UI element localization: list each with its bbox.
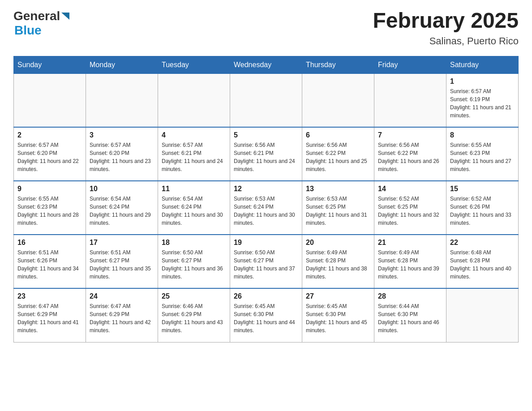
table-row: 22 Sunrise: 6:48 AMSunset: 6:28 PMDaylig… bbox=[446, 235, 519, 288]
day-number: 12 bbox=[234, 185, 298, 193]
day-number: 27 bbox=[306, 292, 370, 300]
col-monday: Monday bbox=[86, 56, 158, 73]
table-row: 1 Sunrise: 6:57 AMSunset: 6:19 PMDayligh… bbox=[446, 73, 519, 127]
calendar-table: Sunday Monday Tuesday Wednesday Thursday… bbox=[13, 56, 519, 342]
table-row: 10 Sunrise: 6:54 AMSunset: 6:24 PMDaylig… bbox=[86, 181, 158, 235]
day-number: 13 bbox=[306, 185, 370, 193]
day-info: Sunrise: 6:57 AMSunset: 6:20 PMDaylight:… bbox=[17, 141, 82, 173]
table-row: 18 Sunrise: 6:50 AMSunset: 6:27 PMDaylig… bbox=[158, 235, 230, 288]
day-number: 3 bbox=[90, 131, 154, 139]
day-info: Sunrise: 6:56 AMSunset: 6:21 PMDaylight:… bbox=[234, 141, 298, 173]
table-row: 6 Sunrise: 6:56 AMSunset: 6:22 PMDayligh… bbox=[302, 127, 374, 181]
day-info: Sunrise: 6:57 AMSunset: 6:20 PMDaylight:… bbox=[90, 141, 154, 173]
day-number: 9 bbox=[17, 185, 82, 193]
table-row: 4 Sunrise: 6:57 AMSunset: 6:21 PMDayligh… bbox=[158, 127, 230, 181]
day-info: Sunrise: 6:53 AMSunset: 6:25 PMDaylight:… bbox=[306, 195, 370, 227]
table-row: 5 Sunrise: 6:56 AMSunset: 6:21 PMDayligh… bbox=[230, 127, 302, 181]
day-info: Sunrise: 6:52 AMSunset: 6:26 PMDaylight:… bbox=[450, 195, 515, 227]
day-number: 28 bbox=[378, 292, 442, 300]
day-info: Sunrise: 6:51 AMSunset: 6:26 PMDaylight:… bbox=[17, 248, 82, 281]
day-number: 1 bbox=[450, 77, 515, 86]
table-row bbox=[446, 288, 519, 342]
table-row bbox=[158, 73, 230, 127]
col-friday: Friday bbox=[374, 56, 446, 73]
table-row bbox=[86, 73, 158, 127]
day-number: 24 bbox=[90, 292, 154, 300]
day-info: Sunrise: 6:44 AMSunset: 6:30 PMDaylight:… bbox=[378, 302, 442, 334]
day-info: Sunrise: 6:57 AMSunset: 6:19 PMDaylight:… bbox=[450, 87, 515, 120]
day-number: 5 bbox=[234, 131, 298, 139]
table-row: 26 Sunrise: 6:45 AMSunset: 6:30 PMDaylig… bbox=[230, 288, 302, 342]
svg-marker-0 bbox=[61, 13, 69, 20]
table-row bbox=[230, 73, 302, 127]
page-header: General Blue February 2025 Salinas, Puer… bbox=[13, 9, 519, 47]
day-info: Sunrise: 6:53 AMSunset: 6:24 PMDaylight:… bbox=[234, 195, 298, 227]
table-row: 23 Sunrise: 6:47 AMSunset: 6:29 PMDaylig… bbox=[14, 288, 86, 342]
day-info: Sunrise: 6:48 AMSunset: 6:28 PMDaylight:… bbox=[450, 248, 515, 281]
day-info: Sunrise: 6:54 AMSunset: 6:24 PMDaylight:… bbox=[90, 195, 154, 227]
calendar-header-row: Sunday Monday Tuesday Wednesday Thursday… bbox=[14, 56, 519, 73]
day-info: Sunrise: 6:47 AMSunset: 6:29 PMDaylight:… bbox=[17, 302, 82, 334]
table-row: 11 Sunrise: 6:54 AMSunset: 6:24 PMDaylig… bbox=[158, 181, 230, 235]
day-info: Sunrise: 6:50 AMSunset: 6:27 PMDaylight:… bbox=[234, 248, 298, 281]
day-info: Sunrise: 6:55 AMSunset: 6:23 PMDaylight:… bbox=[17, 195, 82, 227]
day-number: 16 bbox=[17, 239, 82, 247]
day-info: Sunrise: 6:55 AMSunset: 6:23 PMDaylight:… bbox=[450, 141, 515, 173]
table-row: 13 Sunrise: 6:53 AMSunset: 6:25 PMDaylig… bbox=[302, 181, 374, 235]
day-info: Sunrise: 6:45 AMSunset: 6:30 PMDaylight:… bbox=[306, 302, 370, 334]
day-info: Sunrise: 6:50 AMSunset: 6:27 PMDaylight:… bbox=[162, 248, 226, 281]
day-number: 11 bbox=[162, 185, 226, 193]
day-info: Sunrise: 6:56 AMSunset: 6:22 PMDaylight:… bbox=[306, 141, 370, 173]
day-info: Sunrise: 6:49 AMSunset: 6:28 PMDaylight:… bbox=[306, 248, 370, 281]
table-row: 16 Sunrise: 6:51 AMSunset: 6:26 PMDaylig… bbox=[14, 235, 86, 288]
table-row bbox=[302, 73, 374, 127]
day-number: 26 bbox=[234, 292, 298, 300]
table-row: 14 Sunrise: 6:52 AMSunset: 6:25 PMDaylig… bbox=[374, 181, 446, 235]
day-number: 17 bbox=[90, 239, 154, 247]
table-row: 24 Sunrise: 6:47 AMSunset: 6:29 PMDaylig… bbox=[86, 288, 158, 342]
table-row bbox=[14, 73, 86, 127]
day-number: 14 bbox=[378, 185, 442, 193]
page-subtitle: Salinas, Puerto Rico bbox=[373, 35, 519, 47]
col-tuesday: Tuesday bbox=[158, 56, 230, 73]
day-number: 10 bbox=[90, 185, 154, 193]
logo-general-text: General bbox=[13, 9, 60, 23]
day-number: 21 bbox=[378, 239, 442, 247]
table-row: 19 Sunrise: 6:50 AMSunset: 6:27 PMDaylig… bbox=[230, 235, 302, 288]
table-row: 25 Sunrise: 6:46 AMSunset: 6:29 PMDaylig… bbox=[158, 288, 230, 342]
table-row: 17 Sunrise: 6:51 AMSunset: 6:27 PMDaylig… bbox=[86, 235, 158, 288]
logo-arrow-icon bbox=[61, 13, 69, 20]
day-number: 4 bbox=[162, 131, 226, 139]
day-number: 2 bbox=[17, 131, 82, 139]
table-row bbox=[374, 73, 446, 127]
title-section: February 2025 Salinas, Puerto Rico bbox=[373, 9, 519, 47]
day-number: 25 bbox=[162, 292, 226, 300]
day-number: 7 bbox=[378, 131, 442, 139]
day-number: 15 bbox=[450, 185, 515, 193]
table-row: 7 Sunrise: 6:56 AMSunset: 6:22 PMDayligh… bbox=[374, 127, 446, 181]
day-info: Sunrise: 6:47 AMSunset: 6:29 PMDaylight:… bbox=[90, 302, 154, 334]
table-row: 15 Sunrise: 6:52 AMSunset: 6:26 PMDaylig… bbox=[446, 181, 519, 235]
day-info: Sunrise: 6:45 AMSunset: 6:30 PMDaylight:… bbox=[234, 302, 298, 334]
day-info: Sunrise: 6:46 AMSunset: 6:29 PMDaylight:… bbox=[162, 302, 226, 334]
col-sunday: Sunday bbox=[14, 56, 86, 73]
table-row: 8 Sunrise: 6:55 AMSunset: 6:23 PMDayligh… bbox=[446, 127, 519, 181]
page-title: February 2025 bbox=[373, 9, 519, 33]
day-info: Sunrise: 6:49 AMSunset: 6:28 PMDaylight:… bbox=[378, 248, 442, 281]
table-row: 9 Sunrise: 6:55 AMSunset: 6:23 PMDayligh… bbox=[14, 181, 86, 235]
col-saturday: Saturday bbox=[446, 56, 519, 73]
day-info: Sunrise: 6:57 AMSunset: 6:21 PMDaylight:… bbox=[162, 141, 226, 173]
table-row: 2 Sunrise: 6:57 AMSunset: 6:20 PMDayligh… bbox=[14, 127, 86, 181]
day-info: Sunrise: 6:56 AMSunset: 6:22 PMDaylight:… bbox=[378, 141, 442, 173]
day-number: 23 bbox=[17, 292, 82, 300]
col-thursday: Thursday bbox=[302, 56, 374, 73]
day-info: Sunrise: 6:52 AMSunset: 6:25 PMDaylight:… bbox=[378, 195, 442, 227]
day-info: Sunrise: 6:51 AMSunset: 6:27 PMDaylight:… bbox=[90, 248, 154, 281]
logo-blue-text: Blue bbox=[14, 23, 42, 38]
day-info: Sunrise: 6:54 AMSunset: 6:24 PMDaylight:… bbox=[162, 195, 226, 227]
table-row: 21 Sunrise: 6:49 AMSunset: 6:28 PMDaylig… bbox=[374, 235, 446, 288]
logo: General Blue bbox=[13, 9, 69, 38]
table-row: 27 Sunrise: 6:45 AMSunset: 6:30 PMDaylig… bbox=[302, 288, 374, 342]
table-row: 3 Sunrise: 6:57 AMSunset: 6:20 PMDayligh… bbox=[86, 127, 158, 181]
day-number: 20 bbox=[306, 239, 370, 247]
